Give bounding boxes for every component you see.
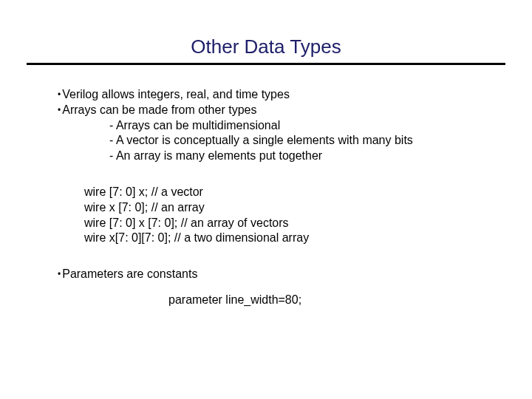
title-underline xyxy=(27,63,505,65)
bullet-3-text: Parameters are constants xyxy=(62,267,197,280)
content-area: •Verilog allows integers, real, and time… xyxy=(0,87,532,308)
bullet-dot: • xyxy=(58,269,61,279)
bullet-1: •Verilog allows integers, real, and time… xyxy=(58,87,505,103)
bullet-3: •Parameters are constants xyxy=(58,267,505,282)
slide-title: Other Data Types xyxy=(0,35,532,58)
subbullet-2: - A vector is conceptually a single elem… xyxy=(58,133,505,149)
code-block: wire [7: 0] x; // a vector wire x [7: 0]… xyxy=(58,185,505,246)
subbullet-3: - An array is many elements put together xyxy=(58,149,505,164)
parameter-line: parameter line_width=80; xyxy=(58,293,505,308)
code-line-3: wire [7: 0] x [7: 0]; // an array of vec… xyxy=(84,216,505,231)
bullet-dot: • xyxy=(58,105,61,115)
slide: Other Data Types •Verilog allows integer… xyxy=(0,0,532,399)
bullet-dot: • xyxy=(58,89,61,100)
code-line-4: wire x[7: 0][7: 0]; // a two dimensional… xyxy=(84,231,505,246)
bullet-2: •Arrays can be made from other types xyxy=(58,103,505,118)
code-line-1: wire [7: 0] x; // a vector xyxy=(84,185,505,200)
bullet-2-text: Arrays can be made from other types xyxy=(62,103,256,116)
subbullet-1: - Arrays can be multidimensional xyxy=(58,118,505,134)
bullet-1-text: Verilog allows integers, real, and time … xyxy=(62,88,290,100)
code-line-2: wire x [7: 0]; // an array xyxy=(84,200,505,216)
